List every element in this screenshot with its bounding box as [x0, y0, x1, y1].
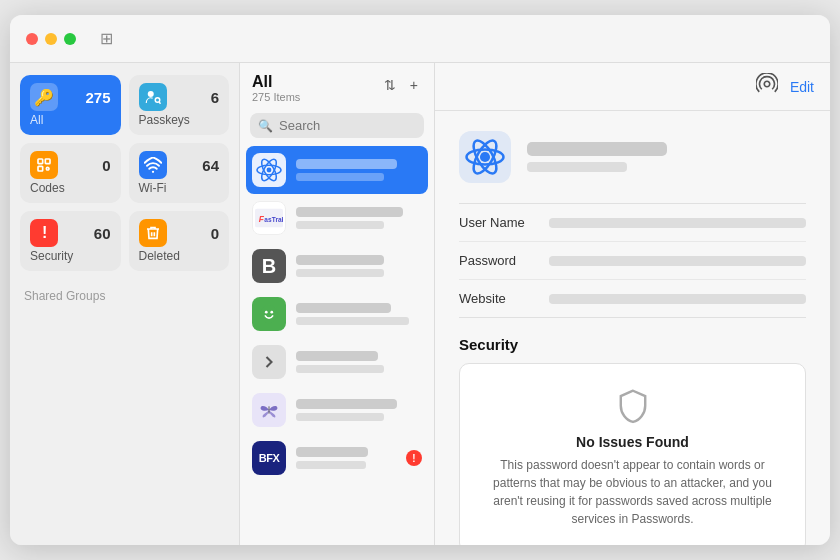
list-item-text	[296, 303, 422, 325]
search-bar: 🔍	[250, 113, 424, 138]
traffic-lights	[26, 33, 76, 45]
detail-column: Edit	[435, 63, 830, 545]
username-label: User Name	[459, 215, 549, 230]
search-input[interactable]	[279, 118, 416, 133]
minimize-button[interactable]	[45, 33, 57, 45]
sort-button[interactable]: ⇅	[380, 75, 400, 95]
trash-icon	[139, 219, 167, 247]
smile-app-icon	[252, 297, 286, 331]
key-icon: 🔑	[30, 83, 58, 111]
close-button[interactable]	[26, 33, 38, 45]
svg-point-7	[151, 171, 153, 173]
sidebar-toggle-button[interactable]: ⊞	[100, 29, 113, 48]
svg-point-6	[46, 167, 49, 170]
shared-groups-label: Shared Groups	[24, 289, 225, 303]
b-app-icon: B	[252, 249, 286, 283]
security-count: 60	[94, 225, 111, 242]
fullscreen-button[interactable]	[64, 33, 76, 45]
password-value	[549, 256, 806, 266]
security-section: Security No Issues Found This password d…	[459, 336, 806, 545]
sidebar-item-wifi[interactable]: 64 Wi-Fi	[129, 143, 230, 203]
sidebar-grid: 🔑 275 All 6 Passkeys	[20, 75, 229, 271]
svg-point-19	[270, 311, 273, 314]
list-item[interactable]	[246, 146, 428, 194]
username-value	[549, 218, 806, 228]
svg-rect-3	[38, 159, 43, 164]
svg-point-0	[147, 91, 153, 97]
list-subtitle: 275 Items	[252, 91, 300, 103]
list-item[interactable]	[246, 386, 428, 434]
chevron-app-icon	[252, 345, 286, 379]
list-item-sub	[296, 221, 384, 229]
svg-line-2	[159, 102, 160, 104]
detail-app-icon	[459, 131, 511, 183]
list-item[interactable]: BFX !	[246, 434, 428, 482]
svg-point-22	[480, 152, 490, 162]
svg-point-9	[267, 168, 272, 173]
list-item-name	[296, 351, 378, 361]
list-item-name	[296, 255, 384, 265]
main-body: 🔑 275 All 6 Passkeys	[10, 63, 830, 545]
password-field[interactable]: Password	[459, 242, 806, 280]
website-field[interactable]: Website	[459, 280, 806, 317]
wifi-icon	[139, 151, 167, 179]
sidebar-item-deleted[interactable]: 0 Deleted	[129, 211, 230, 271]
security-card-title: No Issues Found	[576, 434, 689, 450]
sidebar-item-passkeys[interactable]: 6 Passkeys	[129, 75, 230, 135]
warning-badge: !	[406, 450, 422, 466]
list-actions: ⇅ +	[380, 75, 422, 95]
username-field[interactable]: User Name	[459, 204, 806, 242]
all-label: All	[30, 113, 111, 127]
detail-app-header	[459, 131, 806, 183]
list-item-sub	[296, 173, 384, 181]
list-title: All	[252, 73, 300, 91]
edit-button[interactable]: Edit	[790, 79, 814, 95]
search-icon: 🔍	[258, 119, 273, 133]
list-item[interactable]	[246, 290, 428, 338]
list-item-sub	[296, 317, 409, 325]
list-item-text	[296, 399, 422, 421]
list-item-text	[296, 207, 422, 229]
add-button[interactable]: +	[406, 75, 422, 95]
fastrak-app-icon: F as Trak	[252, 201, 286, 235]
svg-rect-4	[45, 159, 50, 164]
list-item[interactable]: B	[246, 242, 428, 290]
list-item-sub	[296, 413, 384, 421]
svg-text:!: !	[42, 224, 47, 241]
butterfly-app-icon	[252, 393, 286, 427]
security-section-title: Security	[459, 336, 806, 353]
codes-count: 0	[102, 157, 110, 174]
password-label: Password	[459, 253, 549, 268]
passkeys-icon	[139, 83, 167, 111]
list-item-sub	[296, 269, 384, 277]
deleted-label: Deleted	[139, 249, 220, 263]
svg-point-21	[764, 81, 770, 87]
airdrop-icon[interactable]	[756, 73, 778, 100]
sidebar-item-codes[interactable]: 0 Codes	[20, 143, 121, 203]
sidebar-item-security[interactable]: ! 60 Security	[20, 211, 121, 271]
shield-icon	[614, 388, 652, 426]
titlebar: ⊞	[10, 15, 830, 63]
security-icon: !	[30, 219, 58, 247]
list-item-sub	[296, 365, 384, 373]
app-subtitle	[527, 162, 627, 172]
list-item[interactable]: F as Trak	[246, 194, 428, 242]
list-item-name	[296, 303, 391, 313]
list-item-text	[296, 159, 422, 181]
detail-body: User Name Password Website Security	[435, 111, 830, 545]
codes-icon	[30, 151, 58, 179]
website-value	[549, 294, 806, 304]
svg-point-1	[155, 98, 160, 103]
sidebar-item-all[interactable]: 🔑 275 All	[20, 75, 121, 135]
list-item-text	[296, 255, 422, 277]
list-item-text	[296, 351, 422, 373]
all-count: 275	[85, 89, 110, 106]
passkeys-count: 6	[211, 89, 219, 106]
list-items: F as Trak B	[240, 146, 434, 545]
list-column: All 275 Items ⇅ + 🔍	[240, 63, 435, 545]
svg-text:as: as	[264, 216, 272, 223]
svg-point-18	[265, 311, 268, 314]
svg-text:Trak: Trak	[272, 216, 283, 223]
bfx-app-icon: BFX	[252, 441, 286, 475]
list-item[interactable]	[246, 338, 428, 386]
